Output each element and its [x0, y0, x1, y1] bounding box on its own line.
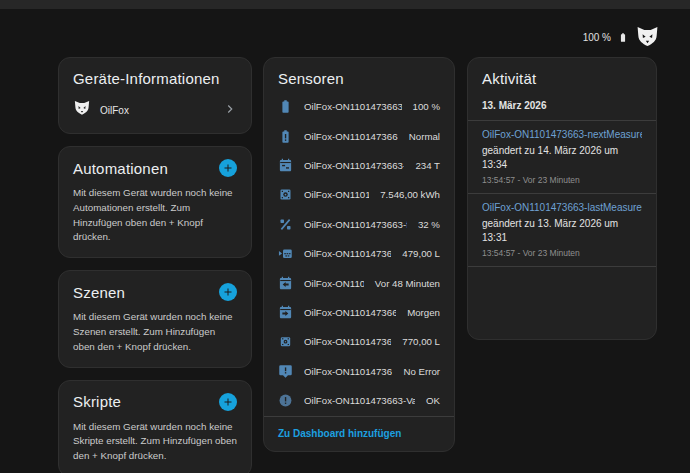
sensor-row-validation-error[interactable]: OilFox-ON1101473663-val… No Error	[264, 357, 454, 386]
scenes-card: Szenen Mit diesem Gerät wurden noch kein…	[58, 270, 252, 367]
oilfox-device-icon	[73, 100, 91, 121]
logbook-message: geändert zu 14. März 2026 um 13:34	[482, 144, 642, 172]
left-column: Geräte-Informationen OilFox Automationen…	[58, 57, 252, 473]
sensor-value: 479,00 L	[402, 248, 440, 259]
device-status-area: 100 %	[583, 26, 660, 49]
sensor-row-validation-status[interactable]: OilFox-ON1101473663-Validati… OK	[264, 386, 454, 415]
logbook-message: geändert zu 13. März 2026 um 13:31	[482, 217, 642, 245]
sensor-value: Morgen	[407, 307, 440, 318]
activity-title: Aktivität	[468, 70, 656, 87]
chevron-right-icon	[223, 102, 237, 120]
activity-date-header: 13. März 2026	[468, 87, 656, 120]
device-row[interactable]: OilFox	[73, 100, 237, 121]
sensor-value: No Error	[403, 366, 440, 377]
sensor-value: 7.546,00 kWh	[380, 189, 440, 200]
sensor-row-usable-volume[interactable]: OilFox-ON1101473663-us… 770,00 L	[264, 327, 454, 356]
sensor-value: OK	[426, 395, 440, 406]
sensor-row-fill-level-percent[interactable]: OilFox-ON1101473663-fillLev… 32 %	[264, 210, 454, 239]
sensor-name: OilFox-ON1101473663-fillLev…	[304, 219, 407, 230]
sensor-name: OilFox-ON11014736…	[304, 189, 369, 200]
add-to-dashboard-link[interactable]: Zu Dashboard hinzufügen	[264, 416, 454, 451]
calendar-range-icon	[278, 158, 293, 173]
sensor-value: 770,00 L	[402, 336, 440, 347]
right-column: Aktivität 13. März 2026 OilFox-ON1101473…	[467, 57, 657, 340]
sensor-name: OilFox-ON1101473…	[304, 278, 364, 289]
sensors-title: Sensoren	[264, 70, 454, 87]
sensor-value: Vor 48 Minuten	[375, 278, 440, 289]
storage-tank-icon	[278, 334, 293, 349]
tank-level-icon	[278, 246, 293, 261]
sensor-name: OilFox-ON1101473663-bat…	[304, 131, 398, 142]
logbook-entry[interactable]: OilFox-ON1101473663-lastMeasurement geän…	[468, 194, 656, 266]
logbook-timestamp: 13:54:57 - Vor 23 Minuten	[482, 175, 642, 185]
add-automation-button[interactable]	[219, 159, 237, 177]
sensor-name: OilFox-ON1101473663-Validati…	[304, 395, 415, 406]
percent-icon	[278, 217, 293, 232]
sensor-value: 32 %	[418, 219, 440, 230]
sensor-row-battery[interactable]: OilFox-ON1101473663-batt… 100 %	[264, 92, 454, 121]
sensor-name: OilFox-ON1101473663-ne…	[304, 307, 396, 318]
oilfox-logo-icon	[635, 26, 660, 49]
sensor-list: OilFox-ON1101473663-batt… 100 % OilFox-O…	[264, 92, 454, 415]
device-info-card: Geräte-Informationen OilFox	[58, 57, 252, 134]
top-strip	[0, 0, 690, 9]
logbook-entry[interactable]: OilFox-ON1101473663-nextMeasurement geän…	[468, 121, 656, 193]
sensor-value: 234 T	[415, 160, 440, 171]
add-script-button[interactable]	[219, 393, 237, 411]
sensor-row-days[interactable]: OilFox-ON1101473663-days… 234 T	[264, 151, 454, 180]
battery-alert-icon	[278, 129, 293, 144]
battery-icon	[618, 30, 628, 45]
automations-title: Automationen	[73, 160, 168, 177]
add-scene-button[interactable]	[219, 283, 237, 301]
sensor-name: OilFox-ON1101473663-fill…	[304, 248, 391, 259]
battery-icon	[278, 99, 293, 114]
device-name: OilFox	[100, 105, 214, 116]
automations-description: Mit diesem Gerät wurden noch keine Autom…	[73, 186, 237, 245]
sensor-name: OilFox-ON1101473663-days…	[304, 160, 404, 171]
calendar-import-icon	[278, 276, 293, 291]
scripts-description: Mit diesem Gerät wurden noch keine Skrip…	[73, 420, 237, 464]
logbook-entity-link[interactable]: OilFox-ON1101473663-lastMeasurement	[482, 201, 642, 215]
device-info-title: Geräte-Informationen	[73, 70, 237, 87]
activity-card: Aktivität 13. März 2026 OilFox-ON1101473…	[467, 57, 657, 340]
scripts-title: Skripte	[73, 393, 121, 410]
automations-card: Automationen Mit diesem Gerät wurden noc…	[58, 146, 252, 258]
divider	[468, 266, 656, 267]
battery-level-text: 100 %	[583, 32, 611, 43]
logbook-entity-link[interactable]: OilFox-ON1101473663-nextMeasurement	[482, 128, 642, 142]
sensor-row-next-measurement[interactable]: OilFox-ON1101473663-ne… Morgen	[264, 298, 454, 327]
sensor-value: Normal	[409, 131, 440, 142]
oil-barrel-icon	[278, 187, 293, 202]
middle-column: Sensoren OilFox-ON1101473663-batt… 100 %…	[263, 57, 455, 452]
logbook-timestamp: 13:54:57 - Vor 23 Minuten	[482, 248, 642, 258]
scenes-title: Szenen	[73, 284, 125, 301]
message-alert-icon	[278, 364, 293, 379]
sensor-name: OilFox-ON1101473663-us…	[304, 336, 391, 347]
scenes-description: Mit diesem Gerät wurden noch keine Szene…	[73, 310, 237, 354]
sensors-card: Sensoren OilFox-ON1101473663-batt… 100 %…	[263, 57, 455, 452]
calendar-export-icon	[278, 305, 293, 320]
sensor-name: OilFox-ON1101473663-batt…	[304, 101, 402, 112]
scripts-card: Skripte Mit diesem Gerät wurden noch kei…	[58, 380, 252, 473]
sensor-row-energy[interactable]: OilFox-ON11014736… 7.546,00 kWh	[264, 180, 454, 209]
alert-circle-icon	[278, 393, 293, 408]
sensor-value: 100 %	[413, 101, 440, 112]
sensor-row-fill-level-liters[interactable]: OilFox-ON1101473663-fill… 479,00 L	[264, 239, 454, 268]
sensor-row-last-measurement[interactable]: OilFox-ON1101473… Vor 48 Minuten	[264, 268, 454, 297]
sensor-name: OilFox-ON1101473663-val…	[304, 366, 392, 377]
sensor-row-battery-alert[interactable]: OilFox-ON1101473663-bat… Normal	[264, 121, 454, 150]
